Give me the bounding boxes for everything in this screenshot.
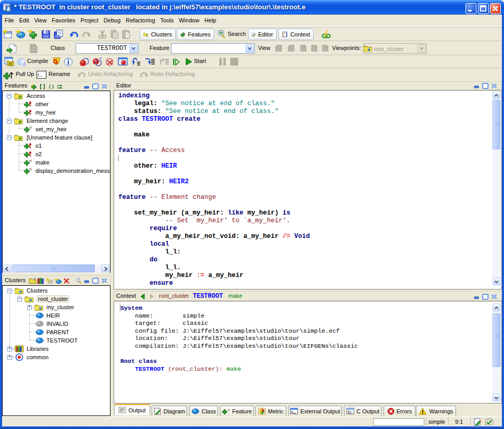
svg-text:C:: C: (348, 410, 352, 414)
svg-text:I...: I... (38, 72, 43, 78)
